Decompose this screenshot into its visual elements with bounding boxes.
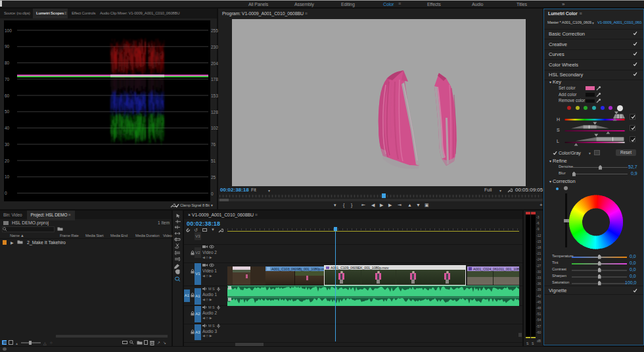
svg-text:90: 90 [5, 44, 10, 49]
svg-text:60: 60 [5, 93, 10, 98]
svg-text:100: 100 [5, 28, 12, 33]
svg-text:H: H [557, 117, 560, 122]
svg-text:30: 30 [5, 142, 10, 147]
svg-text:80: 80 [5, 61, 10, 65]
svg-text:50: 50 [5, 109, 10, 114]
svg-text:L: L [557, 139, 559, 143]
svg-text:S: S [557, 128, 560, 132]
svg-text:70: 70 [5, 77, 10, 82]
svg-text:40: 40 [5, 126, 10, 130]
svg-text:20: 20 [5, 159, 10, 163]
svg-text:0: 0 [5, 191, 7, 195]
svg-text:10: 10 [5, 174, 10, 179]
